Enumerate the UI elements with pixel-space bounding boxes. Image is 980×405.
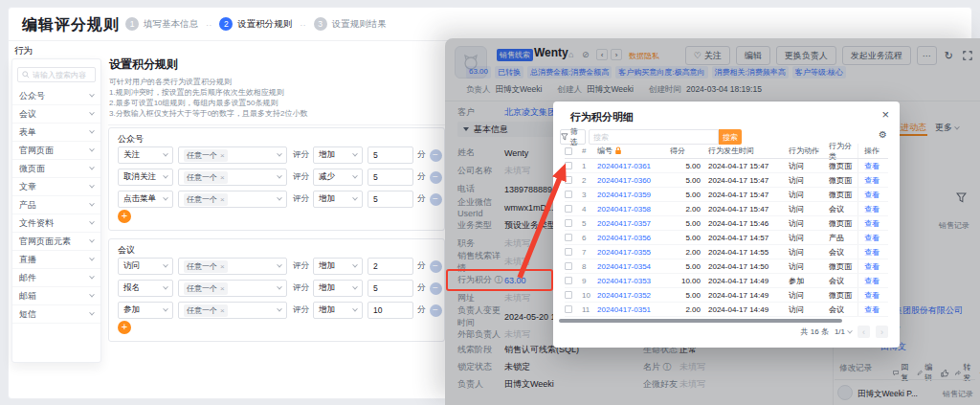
view-link[interactable]: 查看 (864, 247, 880, 258)
score-input[interactable]: 5 (368, 280, 413, 297)
remove-row-button[interactable]: − (430, 193, 442, 206)
next-page-button[interactable]: › (876, 326, 888, 338)
remove-chip-icon[interactable]: × (220, 173, 225, 182)
remove-chip-icon[interactable]: × (220, 195, 225, 204)
wizard-step[interactable]: 1 填写基本信息 (125, 17, 212, 31)
sidebar-category-item[interactable]: 微页面 (12, 160, 100, 178)
sidebar-category-item[interactable]: 直播 (12, 251, 100, 269)
target-multiselect[interactable]: 任意一个× (178, 191, 287, 208)
operation-select[interactable]: 增加 (313, 258, 363, 275)
action-select[interactable]: 点击菜单 (118, 191, 173, 208)
sidebar-category-item[interactable]: 公众号 (12, 87, 100, 105)
score-table-row[interactable]: 5 20240417-0357 5.00 2024-04-17 15:46 访问… (565, 216, 888, 231)
score-input[interactable]: 10 (368, 302, 413, 319)
score-number-link[interactable]: 20240417-0356 (597, 234, 651, 242)
operation-select[interactable]: 增加 (313, 280, 363, 297)
score-number-link[interactable]: 20240417-0361 (597, 162, 651, 170)
wizard-step[interactable]: 3 设置规则结果 (314, 17, 387, 31)
score-number-link[interactable]: 20240417-0360 (597, 176, 651, 185)
sidebar-category-item[interactable]: 产品 (12, 196, 100, 214)
score-table-row[interactable]: 9 20240417-0353 10.00 2024-04-17 14:49 参… (565, 274, 888, 288)
row-checkbox[interactable] (565, 205, 572, 213)
row-checkbox[interactable] (565, 162, 572, 169)
score-table-row[interactable]: 3 20240417-0359 5.00 2024-04-17 15:47 访问… (565, 188, 888, 202)
sidebar-category-item[interactable]: 文件资料 (12, 214, 100, 233)
score-number-link[interactable]: 20240417-0359 (597, 191, 651, 199)
score-input[interactable]: 5 (368, 191, 413, 208)
target-multiselect[interactable]: 任意一个× (178, 146, 287, 164)
target-multiselect[interactable]: 任意一个× (178, 258, 287, 275)
row-checkbox[interactable] (565, 176, 572, 184)
view-link[interactable]: 查看 (864, 204, 880, 214)
close-icon[interactable]: × (881, 107, 889, 122)
page-select[interactable]: 1/1 (835, 327, 852, 336)
row-checkbox[interactable] (565, 305, 572, 313)
score-table-row[interactable]: 10 20240417-0352 5.00 2024-04-17 14:49 访… (565, 288, 888, 303)
sidebar-category-item[interactable]: 官网页面 (12, 142, 100, 160)
score-table-row[interactable]: 11 20240417-0351 2.00 2024-04-17 14:49 访… (565, 303, 888, 317)
modal-search-button[interactable]: 搜索 (719, 129, 742, 145)
horizontal-scrollbar[interactable] (559, 319, 842, 323)
operation-select[interactable]: 减少 (313, 169, 363, 186)
view-link[interactable]: 查看 (864, 190, 880, 200)
row-checkbox[interactable] (565, 219, 572, 227)
score-table-row[interactable]: 2 20240417-0360 5.00 2024-04-17 15:47 访问… (565, 173, 888, 188)
score-table-row[interactable]: 7 20240417-0355 2.00 2024-04-17 14:55 访问… (565, 245, 888, 259)
remove-row-button[interactable]: − (430, 304, 442, 317)
remove-chip-icon[interactable]: × (220, 284, 225, 293)
sidebar-category-item[interactable]: 短信 (12, 305, 100, 324)
action-select[interactable]: 参加 (118, 302, 173, 319)
score-table-row[interactable]: 4 20240417-0358 2.00 2024-04-17 15:47 访问… (565, 202, 888, 216)
operation-select[interactable]: 增加 (313, 191, 363, 208)
score-number-link[interactable]: 20240417-0354 (597, 262, 651, 271)
score-number-link[interactable]: 20240417-0355 (597, 248, 651, 257)
score-input[interactable]: 5 (368, 169, 413, 186)
score-number-link[interactable]: 20240417-0353 (597, 277, 651, 285)
modal-search-input[interactable] (589, 129, 719, 145)
row-checkbox[interactable] (565, 248, 572, 256)
score-input[interactable]: 2 (368, 258, 413, 275)
view-link[interactable]: 查看 (864, 233, 880, 243)
action-select[interactable]: 访问 (118, 258, 173, 275)
sidebar-category-item[interactable]: 邮箱 (12, 287, 100, 305)
wizard-step[interactable]: 2 设置积分规则 (219, 17, 305, 31)
remove-chip-icon[interactable]: × (220, 262, 225, 271)
sidebar-category-item[interactable]: 文章 (12, 178, 100, 196)
sidebar-search[interactable] (17, 67, 96, 82)
select-all-checkbox[interactable] (565, 147, 572, 155)
score-table-row[interactable]: 1 20240417-0361 5.00 2024-04-17 15:47 访问… (565, 159, 888, 173)
view-link[interactable]: 查看 (864, 161, 880, 171)
score-table-row[interactable]: 8 20240417-0354 5.00 2024-04-17 14:50 访问… (565, 259, 888, 274)
gear-icon[interactable]: ⚙ (879, 129, 887, 140)
remove-chip-icon[interactable]: × (220, 151, 225, 160)
add-rule-button[interactable]: + (118, 210, 131, 223)
score-table-row[interactable]: 6 20240417-0356 5.00 2024-04-17 14:57 访问… (565, 231, 888, 245)
target-multiselect[interactable]: 任意一个× (178, 302, 287, 319)
view-link[interactable]: 查看 (864, 290, 880, 301)
score-number-link[interactable]: 20240417-0358 (597, 205, 651, 214)
search-input[interactable] (33, 71, 91, 79)
view-link[interactable]: 查看 (864, 175, 880, 186)
row-checkbox[interactable] (565, 277, 572, 284)
remove-row-button[interactable]: − (430, 171, 442, 184)
sidebar-category-item[interactable]: 邮件 (12, 269, 100, 287)
remove-row-button[interactable]: − (430, 149, 442, 162)
target-multiselect[interactable]: 任意一个× (178, 280, 287, 297)
view-link[interactable]: 查看 (864, 261, 880, 272)
row-checkbox[interactable] (565, 191, 572, 198)
score-number-link[interactable]: 20240417-0352 (597, 291, 651, 300)
add-rule-button[interactable]: + (118, 321, 131, 334)
action-select[interactable]: 取消关注 (118, 169, 173, 186)
row-checkbox[interactable] (565, 291, 572, 299)
remove-row-button[interactable]: − (430, 260, 442, 273)
view-link[interactable]: 查看 (864, 276, 880, 286)
filter-button[interactable]: 筛选 (560, 129, 586, 145)
operation-select[interactable]: 增加 (313, 302, 363, 319)
action-select[interactable]: 关注 (118, 146, 173, 164)
sidebar-category-item[interactable]: 会议 (12, 105, 100, 124)
view-link[interactable]: 查看 (864, 304, 880, 315)
target-multiselect[interactable]: 任意一个× (178, 169, 287, 186)
score-number-link[interactable]: 20240417-0357 (597, 219, 651, 228)
sidebar-category-item[interactable]: 官网页面元素 (12, 233, 100, 251)
prev-page-button[interactable]: ‹ (858, 326, 870, 338)
